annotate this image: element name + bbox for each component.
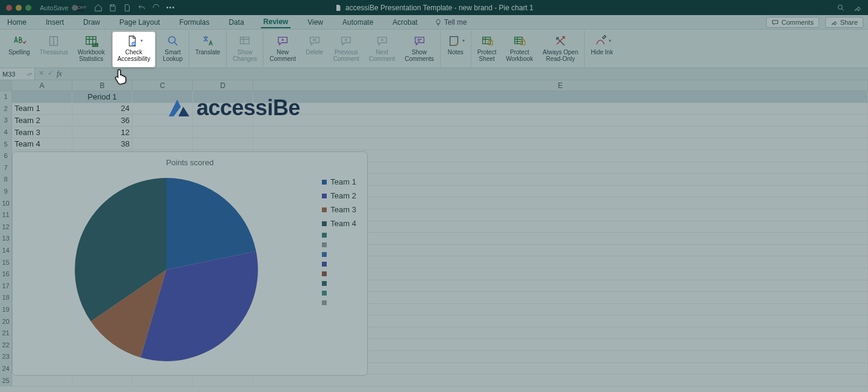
row-header[interactable]: 25 <box>0 375 12 386</box>
row-header[interactable]: 1 <box>0 91 12 103</box>
more-icon[interactable]: ••• <box>166 4 175 12</box>
cell[interactable] <box>193 127 253 138</box>
row-header[interactable]: 4 <box>0 127 12 138</box>
document-icon[interactable] <box>123 4 131 12</box>
show-comments-button[interactable]: Show Comments <box>400 32 438 67</box>
undo-icon[interactable] <box>137 4 146 12</box>
cell[interactable] <box>253 115 868 126</box>
row-header[interactable]: 12 <box>0 221 12 233</box>
table-row[interactable]: 25 <box>0 375 868 387</box>
comments-button[interactable]: Comments <box>766 17 819 28</box>
home-icon[interactable] <box>94 4 102 12</box>
cell[interactable]: Team 2 <box>12 115 72 126</box>
tab-automate[interactable]: Automate <box>340 17 376 28</box>
row-header[interactable]: 18 <box>0 292 12 303</box>
close-window-icon[interactable] <box>6 5 12 11</box>
cell[interactable] <box>133 375 193 386</box>
col-header-A[interactable]: A <box>12 80 72 90</box>
cell[interactable] <box>253 375 868 386</box>
cell[interactable] <box>133 127 193 138</box>
cell[interactable]: 38 <box>72 138 133 150</box>
spreadsheet-grid[interactable]: A B C D E 1 Period 1 2 Team 1 24 3 Team … <box>0 80 868 392</box>
maximize-window-icon[interactable] <box>25 5 31 11</box>
fx-icon[interactable]: fx <box>57 69 62 78</box>
tab-acrobat[interactable]: Acrobat <box>390 17 420 28</box>
pie-chart[interactable]: Points scored Team 1Team 2Team 3Team 4 <box>12 151 368 376</box>
redo-icon[interactable] <box>152 4 160 12</box>
row-header[interactable]: 19 <box>0 304 12 315</box>
cell[interactable] <box>133 138 193 150</box>
row-header[interactable]: 22 <box>0 339 12 350</box>
cell[interactable]: Team 3 <box>12 127 72 138</box>
col-header-C[interactable]: C <box>133 80 193 90</box>
row-header[interactable]: 11 <box>0 209 12 221</box>
cell[interactable]: 24 <box>72 103 133 115</box>
cancel-formula-icon[interactable]: ✕ <box>39 69 44 78</box>
row-header[interactable]: 3 <box>0 115 12 126</box>
new-comment-button[interactable]: New Comment <box>265 32 300 67</box>
cell[interactable] <box>253 138 868 150</box>
translate-button[interactable]: Translate <box>190 32 225 67</box>
notes-button[interactable]: ▾Notes <box>442 32 470 67</box>
tab-page-layout[interactable]: Page Layout <box>117 17 162 28</box>
table-row[interactable]: 1 Period 1 <box>0 91 868 103</box>
tab-insert[interactable]: Insert <box>43 17 66 28</box>
row-header[interactable]: 8 <box>0 174 12 185</box>
cell[interactable]: 36 <box>72 115 133 126</box>
always-open-readonly-button[interactable]: Always Open Read-Only <box>538 32 583 67</box>
search-icon[interactable] <box>837 4 845 12</box>
table-row[interactable]: 2 Team 1 24 <box>0 103 868 115</box>
cell[interactable]: Period 1 <box>72 91 133 103</box>
protect-workbook-button[interactable]: Protect Workbook <box>501 32 538 67</box>
select-all-corner[interactable] <box>0 80 12 90</box>
check-accessibility-button[interactable]: ▾Check Accessibility <box>113 32 155 67</box>
cell[interactable]: Team 4 <box>12 138 72 150</box>
row-header[interactable]: 24 <box>0 363 12 375</box>
cell[interactable] <box>72 375 133 386</box>
save-icon[interactable] <box>108 4 117 12</box>
cell[interactable] <box>253 103 868 115</box>
table-row[interactable]: 3 Team 2 36 <box>0 115 868 127</box>
row-header[interactable]: 6 <box>0 150 12 162</box>
row-header[interactable]: 20 <box>0 315 12 327</box>
cell[interactable] <box>253 91 868 103</box>
share-toolbar-icon[interactable] <box>854 4 862 12</box>
row-header[interactable]: 9 <box>0 186 12 197</box>
row-header[interactable]: 2 <box>0 103 12 115</box>
cell[interactable]: Team 1 <box>12 103 72 115</box>
tab-home[interactable]: Home <box>5 17 29 28</box>
row-header[interactable]: 5 <box>0 138 12 150</box>
share-button[interactable]: Share <box>825 17 863 28</box>
row-header[interactable]: 23 <box>0 351 12 362</box>
protect-sheet-button[interactable]: Protect Sheet <box>473 32 502 67</box>
autosave-toggle[interactable]: AutoSave OFF <box>40 4 87 11</box>
row-header[interactable]: 21 <box>0 327 12 339</box>
name-box[interactable]: M33▵▿ <box>0 68 35 80</box>
row-header[interactable]: 17 <box>0 280 12 292</box>
workbook-statistics-button[interactable]: 123Workbook Statistics <box>73 32 110 67</box>
tab-data[interactable]: Data <box>226 17 246 28</box>
cell[interactable] <box>193 138 253 150</box>
row-header[interactable]: 15 <box>0 256 12 268</box>
tab-formulas[interactable]: Formulas <box>177 17 212 28</box>
table-row[interactable]: 5 Team 4 38 <box>0 138 868 150</box>
minimize-window-icon[interactable] <box>16 5 22 11</box>
cell[interactable] <box>12 91 72 103</box>
row-header[interactable]: 14 <box>0 245 12 256</box>
cell[interactable]: 12 <box>72 127 133 138</box>
hide-ink-button[interactable]: ▾Hide Ink <box>586 32 618 67</box>
tab-view[interactable]: View <box>305 17 326 28</box>
tell-me[interactable]: Tell me <box>435 18 467 27</box>
col-header-D[interactable]: D <box>193 80 253 90</box>
row-header[interactable]: 10 <box>0 197 12 209</box>
cell[interactable] <box>253 127 868 138</box>
cell[interactable] <box>193 375 253 386</box>
row-header[interactable]: 16 <box>0 268 12 280</box>
window-controls[interactable] <box>6 5 31 11</box>
smart-lookup-button[interactable]: Smart Lookup <box>158 32 187 67</box>
table-row[interactable]: 4 Team 3 12 <box>0 127 868 139</box>
tab-review[interactable]: Review <box>261 16 291 28</box>
tab-draw[interactable]: Draw <box>81 17 102 28</box>
cell[interactable] <box>12 375 72 386</box>
row-header[interactable]: 7 <box>0 162 12 174</box>
